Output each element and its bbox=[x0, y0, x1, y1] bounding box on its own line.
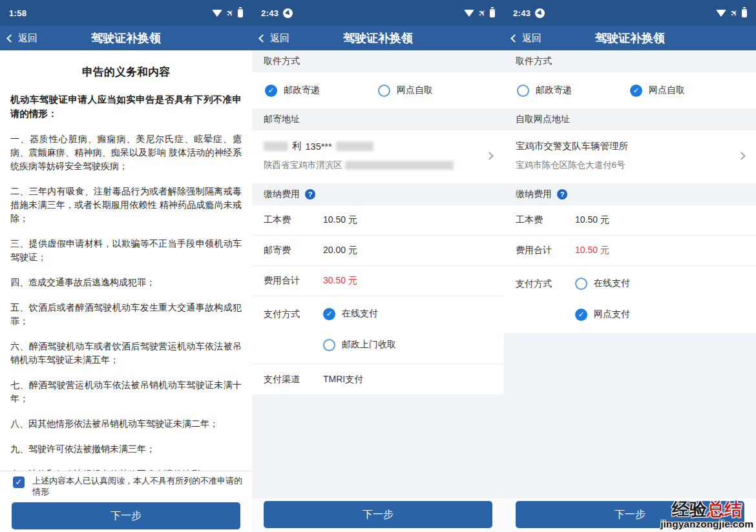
recipient-line: 利 135*** bbox=[264, 140, 476, 152]
recipient-name-visible: 利 bbox=[292, 140, 302, 152]
page-title: 驾驶证补换领 bbox=[91, 30, 161, 46]
declaration-title: 申告的义务和内容 bbox=[10, 65, 242, 79]
redacted-address-block bbox=[345, 161, 454, 170]
declaration-item: 二、三年内有吸食、注射毒品行为或者解除强制隔离戒毒措施未满三年，或者长期服用依赖… bbox=[10, 185, 242, 225]
wifi-icon bbox=[716, 10, 726, 17]
navigation-app-icon bbox=[535, 8, 545, 18]
back-label: 返回 bbox=[18, 32, 37, 45]
back-button[interactable]: 返回 bbox=[260, 26, 289, 50]
next-step-button[interactable]: 下一步 bbox=[516, 501, 744, 528]
navigation-app-icon bbox=[283, 8, 293, 18]
declaration-item: 五、饮酒后或者醉酒驾驶机动车发生重大交通事故构成犯罪； bbox=[10, 301, 242, 328]
radio-unchecked-icon[interactable] bbox=[517, 85, 529, 97]
payment-method-label: 支付方式 bbox=[516, 271, 575, 327]
back-chevron-icon bbox=[510, 34, 519, 43]
wifi-icon bbox=[212, 10, 222, 17]
battery-icon bbox=[490, 9, 495, 17]
pickup-station-address: 宝鸡市陈仓区陈仓大道付6号 bbox=[516, 159, 728, 171]
payment-method-block: 支付方式 ✓ 在线支付 邮政上门收取 bbox=[252, 296, 504, 364]
next-step-button[interactable]: 下一步 bbox=[264, 501, 492, 528]
declaration-item: 一、器质性心脏病、癫痫病、美尼尔氏症、眩晕症、癔病、震颤麻痹、精神病、痴呆以及影… bbox=[10, 132, 242, 173]
option-postal-delivery[interactable]: ✓ 邮政寄递 bbox=[265, 85, 378, 97]
option-online-payment[interactable]: ✓ 在线支付 bbox=[323, 302, 396, 326]
declaration-scroll-area[interactable]: 申告的义务和内容 机动车驾驶证申请人应当如实申告是否具有下列不准申请的情形： 一… bbox=[0, 50, 252, 471]
status-time: 1:58 bbox=[9, 8, 26, 18]
help-icon[interactable]: ? bbox=[305, 189, 315, 200]
option-postal-delivery[interactable]: 邮政寄递 bbox=[517, 85, 630, 97]
phone-panel-pickup: 2:43 ✈ 返回 驾驶证补换领 取件方式 邮政寄递 bbox=[504, 0, 756, 532]
nav-bar: 返回 驾驶证补换领 bbox=[504, 26, 756, 50]
agreement-row: ✓ 上述内容本人已认真阅读，本人不具有所列的不准申请的情形 bbox=[0, 471, 252, 500]
radio-checked-icon[interactable]: ✓ bbox=[630, 85, 642, 97]
agreement-checkbox[interactable]: ✓ bbox=[13, 476, 25, 488]
pickup-address-card[interactable]: 宝鸡市交警支队车辆管理所 宝鸡市陈仓区陈仓大道付6号 bbox=[504, 130, 756, 183]
phone-panel-postal: 2:43 ✈ 返回 驾驶证补换领 取件方式 ✓ 邮政寄递 bbox=[252, 0, 504, 532]
fee-row-total: 费用合计 30.50 元 bbox=[252, 266, 504, 296]
wifi-icon bbox=[464, 10, 474, 17]
option-online-payment[interactable]: 在线支付 bbox=[575, 271, 630, 296]
option-self-pickup[interactable]: ✓ 网点自取 bbox=[630, 85, 743, 97]
fee-row-production-cost: 工本费 10.50 元 bbox=[252, 205, 504, 236]
option-self-pickup[interactable]: 网点自取 bbox=[378, 85, 491, 97]
radio-checked-icon[interactable]: ✓ bbox=[265, 85, 277, 97]
address-line: 陕西省宝鸡市渭滨区 bbox=[264, 159, 476, 171]
radio-checked-icon[interactable]: ✓ bbox=[575, 309, 587, 321]
back-button[interactable]: 返回 bbox=[512, 26, 541, 50]
fees-section-label: 缴纳费用 ? bbox=[504, 183, 756, 205]
status-time: 2:43 bbox=[261, 8, 278, 18]
pickup-method-row: 邮政寄递 ✓ 网点自取 bbox=[504, 72, 756, 108]
agreement-text: 上述内容本人已认真阅读，本人不具有所列的不准申请的情形 bbox=[32, 475, 243, 500]
payment-channel-row: 支付渠道 TMRI支付 bbox=[252, 364, 504, 394]
fees-block: 工本费 10.50 元 邮寄费 20.00 元 费用合计 30.50 元 支付方… bbox=[252, 205, 504, 394]
mailing-address-card[interactable]: 利 135*** 陕西省宝鸡市渭滨区 bbox=[252, 130, 504, 183]
footer: 下一步 bbox=[0, 500, 252, 532]
fees-block: 工本费 10.50 元 费用合计 10.50 元 支付方式 在线支付 bbox=[504, 205, 756, 333]
declaration-intro: 机动车驾驶证申请人应当如实申告是否具有下列不准申请的情形： bbox=[10, 92, 242, 121]
pickup-address-section-label: 自取网点地址 bbox=[504, 108, 756, 130]
declaration-item: 六、醉酒驾驶机动车或者饮酒后驾驶营运机动车依法被吊销机动车驾驶证未满五年； bbox=[10, 340, 242, 367]
battery-icon bbox=[742, 9, 747, 17]
payment-method-block: 支付方式 在线支付 ✓ 网点支付 bbox=[504, 266, 756, 333]
page-title: 驾驶证补换领 bbox=[595, 30, 665, 46]
fee-row-total: 费用合计 10.50 元 bbox=[504, 236, 756, 266]
pickup-station-name: 宝鸡市交警支队车辆管理所 bbox=[516, 140, 728, 152]
status-bar: 1:58 ✈ bbox=[0, 0, 252, 26]
option-postal-collect[interactable]: 邮政上门收取 bbox=[323, 332, 396, 357]
payment-method-label: 支付方式 bbox=[264, 302, 323, 357]
status-bar: 2:43 ✈ bbox=[504, 0, 756, 26]
help-icon[interactable]: ? bbox=[557, 189, 567, 200]
declaration-item: 九、驾驶许可依法被撤销未满三年； bbox=[10, 442, 242, 456]
declaration-item: 四、造成交通事故后逃逸构成犯罪； bbox=[10, 276, 242, 289]
status-bar: 2:43 ✈ bbox=[252, 0, 504, 26]
payment-channel-value: TMRI支付 bbox=[323, 374, 363, 385]
battery-icon bbox=[238, 9, 243, 17]
total-amount: 30.50 元 bbox=[323, 275, 357, 287]
chevron-right-icon bbox=[485, 152, 494, 160]
redacted-name-block bbox=[264, 141, 288, 151]
back-button[interactable]: 返回 bbox=[8, 26, 37, 50]
screenshot-canvas: 1:58 ✈ 返回 驾驶证补换领 申告的义务和内容 机动车驾驶证申请人应当如实申… bbox=[0, 0, 756, 532]
airplane-mode-icon: ✈ bbox=[728, 7, 740, 19]
redacted-phone-block bbox=[336, 141, 373, 151]
fee-row-postage: 邮寄费 20.00 元 bbox=[252, 236, 504, 266]
page-title: 驾驶证补换领 bbox=[343, 30, 413, 46]
recipient-phone-visible: 135*** bbox=[306, 141, 332, 152]
radio-unchecked-icon[interactable] bbox=[575, 278, 587, 290]
next-step-button[interactable]: 下一步 bbox=[12, 502, 240, 529]
radio-unchecked-icon[interactable] bbox=[378, 85, 390, 97]
radio-unchecked-icon[interactable] bbox=[323, 339, 335, 351]
chevron-right-icon bbox=[737, 152, 746, 160]
form-area: 取件方式 ✓ 邮政寄递 网点自取 邮寄地址 利 135*** bbox=[252, 50, 504, 532]
back-chevron-icon bbox=[6, 34, 15, 43]
total-amount: 10.50 元 bbox=[575, 245, 609, 256]
nav-bar: 返回 驾驶证补换领 bbox=[252, 26, 504, 50]
radio-checked-icon[interactable]: ✓ bbox=[323, 308, 335, 320]
declaration-item: 七、醉酒驾驶营运机动车依法被吊销机动车驾驶证未满十年； bbox=[10, 378, 242, 405]
pickup-method-section-label: 取件方式 bbox=[252, 50, 504, 72]
footer: 下一步 bbox=[504, 498, 756, 532]
address-region-visible: 陕西省宝鸡市渭滨区 bbox=[264, 159, 342, 171]
mailing-address-section-label: 邮寄地址 bbox=[252, 108, 504, 130]
airplane-mode-icon: ✈ bbox=[476, 7, 488, 19]
option-station-payment[interactable]: ✓ 网点支付 bbox=[575, 302, 630, 327]
form-area: 取件方式 邮政寄递 ✓ 网点自取 自取网点地址 宝鸡市交警支队车辆管理所 宝鸡市… bbox=[504, 50, 756, 532]
